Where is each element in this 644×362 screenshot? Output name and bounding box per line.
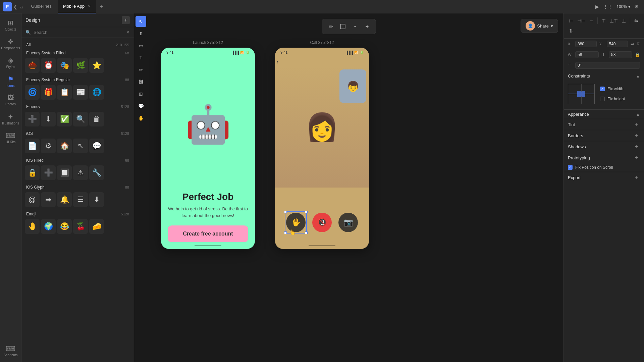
sidebar-item-illustrations[interactable]: ✦ Illustrations <box>2 110 19 127</box>
shape-tool-btn[interactable] <box>337 21 348 32</box>
pen-tool[interactable]: ✏ <box>136 64 146 75</box>
sidebar-item-icons[interactable]: ⚑ Icons <box>2 72 19 90</box>
icon-cell[interactable]: 🌍 <box>41 219 56 234</box>
nav-back[interactable]: ❮ <box>13 4 17 9</box>
fix-height-checkbox[interactable] <box>600 97 605 101</box>
category-fluency-filled[interactable]: Fluency System Filled 68 <box>21 49 134 57</box>
icon-cell[interactable]: ➕ <box>41 165 56 180</box>
icon-cell[interactable]: ⭐ <box>89 58 104 73</box>
clear-search-icon[interactable]: ✕ <box>126 30 130 35</box>
align-right-btn[interactable]: ⊣ <box>587 16 596 25</box>
icon-cell[interactable]: @ <box>25 192 40 207</box>
comment-tool[interactable]: 💬 <box>136 101 146 111</box>
camera-button[interactable]: 📷 <box>338 213 358 232</box>
tab-mobile-app[interactable]: Mobile App ✕ <box>58 0 96 13</box>
add-tab-button[interactable]: + <box>97 2 106 11</box>
nav-home[interactable]: ⌂ <box>20 4 23 9</box>
icon-cell[interactable]: ➕ <box>25 112 40 126</box>
icon-cell[interactable]: ☰ <box>73 192 88 207</box>
category-all[interactable]: All 210 155 <box>21 41 134 49</box>
icon-cell[interactable]: 🍒 <box>73 219 88 234</box>
icon-cell[interactable]: ⏰ <box>41 58 56 73</box>
borders-add-button[interactable]: + <box>633 132 640 139</box>
align-bottom-btn[interactable]: ⊥ <box>619 16 629 25</box>
text-tool[interactable]: T <box>136 52 146 63</box>
align-center-h-btn[interactable]: ⊣⊢ <box>577 16 586 25</box>
shortcuts-button[interactable]: ⌨ Shortcuts <box>2 342 19 359</box>
frame-tool[interactable]: ▭ <box>136 40 146 51</box>
align-top-btn[interactable]: ⊤ <box>599 16 608 25</box>
icon-cell[interactable]: 🤚 <box>25 219 40 234</box>
share-button[interactable]: 👤 Share ▾ <box>521 19 558 33</box>
icon-cell[interactable]: 🎁 <box>41 85 56 100</box>
grid-icon[interactable]: ⋮⋮ <box>603 4 612 9</box>
search-input[interactable] <box>34 30 123 35</box>
distribute-v-btn[interactable]: ⇅ <box>567 26 576 36</box>
icon-cell[interactable]: ➡ <box>41 192 56 207</box>
icon-cell[interactable]: 🔧 <box>89 165 104 180</box>
icon-cell[interactable]: 🌰 <box>25 58 40 73</box>
theme-toggle[interactable]: ☀ <box>634 4 639 9</box>
sidebar-item-ui-kits[interactable]: ⌨ UI Kits <box>2 129 19 146</box>
icon-cell[interactable]: 💬 <box>89 139 104 153</box>
sidebar-item-components[interactable]: ❖ Components <box>2 35 19 52</box>
add-design-button[interactable]: + <box>122 16 130 24</box>
icon-cell[interactable]: ⚠ <box>73 165 88 180</box>
fix-width-checkbox[interactable]: ✓ <box>600 87 605 91</box>
star-tool-btn[interactable]: ✦ <box>362 21 372 32</box>
h-value[interactable]: 58 <box>609 51 632 58</box>
w-value[interactable]: 58 <box>575 51 599 58</box>
icon-cell[interactable]: 🏠 <box>57 139 72 153</box>
category-ios[interactable]: iOS 5128 <box>21 129 134 137</box>
category-fluency-regular[interactable]: Fluency System Regular 88 <box>21 75 134 84</box>
app-logo[interactable]: F <box>3 2 12 11</box>
run-icon[interactable]: ▶ <box>595 4 599 9</box>
icon-cell[interactable]: 🌐 <box>89 85 104 100</box>
fix-height-row[interactable]: Fix height <box>600 95 625 103</box>
icon-cell[interactable]: 🔒 <box>25 165 40 180</box>
sidebar-item-photos[interactable]: 🖼 Photos <box>2 91 19 109</box>
icon-cell[interactable]: ⬇ <box>89 192 104 207</box>
angle-value[interactable]: 0° <box>575 62 640 69</box>
cta-button[interactable]: Create free account <box>168 225 248 242</box>
layout-tool[interactable]: ⊞ <box>136 89 146 99</box>
image-tool[interactable]: 🖼 <box>136 76 146 87</box>
icon-cell[interactable]: ↖ <box>73 139 88 153</box>
icon-cell[interactable]: 🔍 <box>73 112 88 126</box>
export-add-button[interactable]: + <box>633 174 640 181</box>
icon-cell[interactable]: 📄 <box>25 139 40 153</box>
tint-add-button[interactable]: + <box>633 121 640 128</box>
icon-cell[interactable]: 📰 <box>73 85 88 100</box>
sidebar-item-objects[interactable]: ⊞ Objects <box>2 16 19 34</box>
sidebar-item-styles[interactable]: ◈ Styles <box>2 54 19 71</box>
category-ios-glyph[interactable]: iOS Glyph 88 <box>21 183 134 191</box>
fix-position-checkbox[interactable]: ✓ <box>568 165 573 170</box>
shadows-add-button[interactable]: + <box>633 143 640 150</box>
align-left-btn[interactable]: ⊢ <box>567 16 576 25</box>
icon-cell[interactable]: 🗑 <box>89 112 104 126</box>
dropdown-arr[interactable]: ▾ <box>350 21 360 32</box>
icon-cell[interactable]: 📋 <box>57 85 72 100</box>
icon-cell[interactable]: 🌀 <box>25 85 40 100</box>
category-emoji[interactable]: Emoji 5128 <box>21 210 134 218</box>
scroll-tool[interactable]: ⬆ <box>136 28 146 39</box>
y-value[interactable]: 540 <box>607 41 628 47</box>
align-center-v-btn[interactable]: ⊥⊤ <box>609 16 619 25</box>
select-tool[interactable]: ↖ <box>136 16 146 27</box>
icon-cell[interactable]: 🔔 <box>57 192 72 207</box>
icon-cell[interactable]: 🔲 <box>57 165 72 180</box>
prototyping-add-button[interactable]: + <box>633 154 640 161</box>
hand-tool[interactable]: ✋ <box>136 113 146 123</box>
distribute-h-btn[interactable]: ⇆ <box>632 16 641 25</box>
appearance-toggle[interactable]: ▲ <box>636 112 640 117</box>
zoom-control[interactable]: 100% ▾ <box>616 4 630 9</box>
icon-cell[interactable]: 🎭 <box>57 58 72 73</box>
icon-cell[interactable]: 😂 <box>57 219 72 234</box>
category-fluency[interactable]: Fluency 5128 <box>21 102 134 110</box>
launch-frame[interactable]: 9:41 ▐▐▐ 📶 🔋 🤖 <box>161 48 255 249</box>
end-call-button[interactable]: 📵 <box>312 213 332 232</box>
fix-width-row[interactable]: ✓ Fix width <box>600 85 625 93</box>
tab-close-icon[interactable]: ✕ <box>88 4 91 8</box>
icon-cell[interactable]: 🌿 <box>73 58 88 73</box>
constraints-section-header[interactable]: Constraints ▲ <box>564 71 644 80</box>
